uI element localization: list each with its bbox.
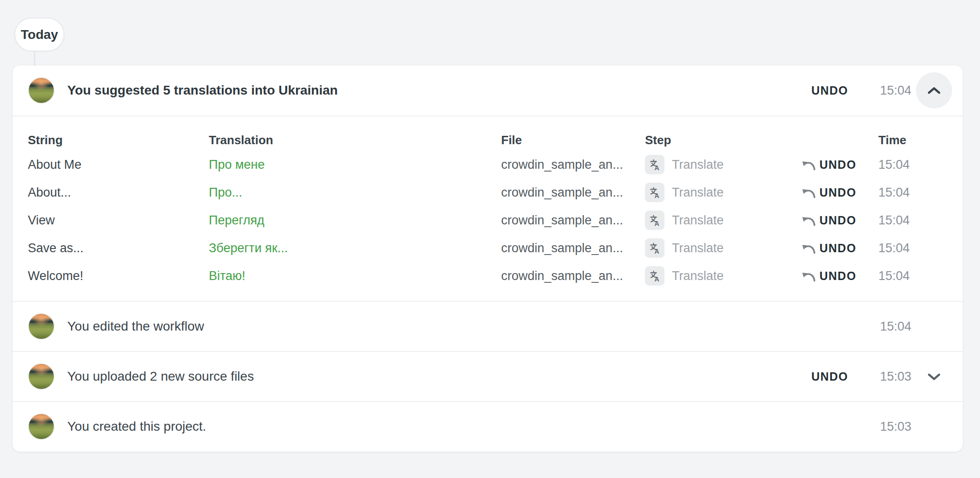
row-time: 15:04 bbox=[878, 185, 948, 200]
step-label: Translate bbox=[672, 185, 724, 200]
event-text: You created this project. bbox=[67, 419, 206, 434]
table-row: About... Про... crowdin_sample_an... Tra… bbox=[28, 178, 948, 206]
activity-card: You suggested 5 translations into Ukrain… bbox=[13, 65, 963, 452]
row-undo-button[interactable]: UNDO bbox=[801, 186, 878, 199]
table-row: Save as... Зберегти як... crowdin_sample… bbox=[28, 234, 948, 262]
translation-cell: Про... bbox=[209, 185, 501, 200]
avatar bbox=[28, 363, 55, 390]
avatar bbox=[28, 413, 55, 440]
undo-arrow-icon bbox=[801, 242, 817, 254]
undo-arrow-icon bbox=[801, 187, 817, 198]
step-label: Translate bbox=[672, 269, 724, 283]
string-cell: About Me bbox=[28, 158, 209, 172]
file-cell: crowdin_sample_an... bbox=[501, 241, 645, 255]
step-label: Translate bbox=[672, 158, 724, 172]
string-cell: About... bbox=[28, 185, 209, 200]
date-label: Today bbox=[21, 27, 58, 42]
column-header-string: String bbox=[28, 133, 209, 147]
column-header-translation: Translation bbox=[209, 133, 501, 147]
translate-icon bbox=[645, 238, 664, 258]
translation-cell: Перегляд bbox=[209, 213, 501, 228]
undo-label: UNDO bbox=[819, 186, 857, 199]
event-text: You uploaded 2 new source files bbox=[67, 369, 254, 384]
file-cell: crowdin_sample_an... bbox=[501, 158, 645, 172]
table-row: Welcome! Вітаю! crowdin_sample_an... Tra… bbox=[28, 262, 948, 290]
step-label: Translate bbox=[672, 241, 724, 255]
activity-title: You suggested 5 translations into Ukrain… bbox=[67, 83, 338, 98]
avatar bbox=[28, 77, 55, 104]
event-time: 15:03 bbox=[872, 420, 911, 434]
translate-icon bbox=[645, 210, 664, 230]
file-cell: crowdin_sample_an... bbox=[501, 269, 645, 283]
step-label: Translate bbox=[672, 213, 724, 228]
activity-row-suggested-translations[interactable]: You suggested 5 translations into Ukrain… bbox=[13, 65, 963, 115]
translation-cell: Зберегти як... bbox=[209, 241, 501, 255]
translations-table: String Translation File Step Time About … bbox=[13, 115, 963, 301]
file-cell: crowdin_sample_an... bbox=[501, 185, 645, 200]
step-cell: Translate bbox=[645, 183, 801, 202]
undo-label: UNDO bbox=[819, 214, 857, 227]
table-row: View Перегляд crowdin_sample_an... Trans… bbox=[28, 206, 948, 234]
table-row: About Me Про мене crowdin_sample_an... T… bbox=[28, 151, 948, 178]
undo-arrow-icon bbox=[801, 270, 817, 282]
row-time: 15:04 bbox=[878, 269, 948, 283]
translate-icon bbox=[645, 266, 664, 286]
chevron-up-icon bbox=[927, 86, 941, 95]
undo-arrow-icon bbox=[801, 159, 817, 171]
undo-arrow-icon bbox=[801, 215, 817, 226]
expand-button[interactable] bbox=[916, 358, 952, 395]
column-header-time: Time bbox=[878, 133, 948, 147]
row-undo-button[interactable]: UNDO bbox=[801, 269, 878, 283]
translate-icon bbox=[645, 183, 664, 202]
chevron-down-icon bbox=[927, 372, 941, 381]
row-undo-button[interactable]: UNDO bbox=[801, 158, 878, 172]
avatar bbox=[28, 313, 55, 340]
event-row[interactable]: You uploaded 2 new source files UNDO 15:… bbox=[13, 351, 963, 401]
event-text: You edited the workflow bbox=[67, 319, 204, 334]
string-cell: Save as... bbox=[28, 241, 209, 255]
undo-button[interactable]: UNDO bbox=[811, 370, 848, 383]
row-undo-button[interactable]: UNDO bbox=[801, 214, 878, 227]
date-group-pill[interactable]: Today bbox=[14, 18, 64, 51]
activity-time: 15:04 bbox=[872, 83, 911, 98]
table-header-row: String Translation File Step Time bbox=[28, 129, 948, 151]
event-time: 15:03 bbox=[872, 370, 911, 384]
undo-label: UNDO bbox=[819, 242, 857, 255]
collapse-button[interactable] bbox=[916, 72, 952, 108]
undo-label: UNDO bbox=[819, 158, 857, 172]
row-time: 15:04 bbox=[878, 241, 948, 255]
step-cell: Translate bbox=[645, 210, 801, 230]
translation-cell: Про мене bbox=[209, 158, 501, 172]
event-time: 15:04 bbox=[872, 319, 911, 334]
column-header-step: Step bbox=[645, 133, 801, 147]
row-time: 15:04 bbox=[878, 213, 948, 228]
step-cell: Translate bbox=[645, 155, 801, 174]
row-time: 15:04 bbox=[878, 158, 948, 172]
file-cell: crowdin_sample_an... bbox=[501, 213, 645, 228]
translation-cell: Вітаю! bbox=[209, 269, 501, 283]
undo-label: UNDO bbox=[819, 269, 857, 283]
step-cell: Translate bbox=[645, 238, 801, 258]
event-row[interactable]: You edited the workflow 15:04 bbox=[13, 301, 963, 351]
string-cell: View bbox=[28, 213, 209, 228]
row-undo-button[interactable]: UNDO bbox=[801, 242, 878, 255]
timeline-connector bbox=[34, 49, 35, 68]
string-cell: Welcome! bbox=[28, 269, 209, 283]
translate-icon bbox=[645, 155, 664, 174]
step-cell: Translate bbox=[645, 266, 801, 286]
undo-button[interactable]: UNDO bbox=[811, 84, 848, 97]
column-header-file: File bbox=[501, 133, 645, 147]
event-row[interactable]: You created this project. 15:03 bbox=[13, 401, 963, 451]
